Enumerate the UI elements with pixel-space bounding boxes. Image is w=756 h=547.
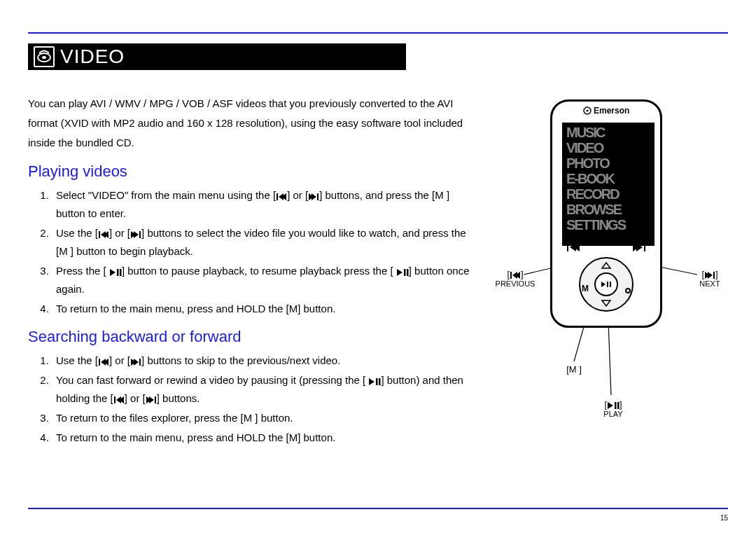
- svg-rect-18: [404, 269, 406, 276]
- list-item: Use the [] or [] buttons to skip to the …: [52, 352, 473, 370]
- previous-track-icon: [276, 193, 287, 201]
- svg-point-1: [42, 56, 46, 59]
- next-track-icon: [704, 271, 715, 279]
- device-next-button: [632, 242, 646, 253]
- section-title: VIDEO: [60, 46, 125, 68]
- heading-searching: Searching backward or forward: [28, 328, 473, 346]
- device-menu-item: BROWSE: [566, 202, 650, 218]
- svg-rect-46: [644, 243, 645, 251]
- manual-page: VIDEO You can play AVI / WMV / MPG / VOB…: [0, 0, 756, 547]
- play-pause-icon: [109, 268, 122, 277]
- previous-track-icon: [98, 230, 109, 239]
- device-brand: Emerson: [552, 106, 660, 116]
- heading-playing-videos: Playing videos: [28, 162, 473, 181]
- device-body: Emerson MUSIC VIDEO PHOTO E-BOOK RECORD …: [550, 99, 662, 328]
- svg-rect-13: [139, 231, 141, 238]
- page-number: 15: [720, 514, 728, 522]
- video-disc-icon: [34, 46, 55, 67]
- searching-steps-list: Use the [] or [] buttons to skip to the …: [28, 352, 473, 447]
- svg-rect-15: [117, 269, 119, 276]
- svg-marker-24: [134, 359, 139, 366]
- svg-rect-52: [510, 272, 512, 279]
- svg-rect-59: [615, 402, 617, 409]
- device-prev-button: [566, 242, 580, 253]
- svg-marker-17: [397, 269, 402, 276]
- svg-rect-20: [99, 359, 100, 366]
- svg-rect-8: [99, 231, 100, 238]
- svg-marker-33: [149, 396, 154, 403]
- svg-rect-34: [155, 396, 156, 403]
- device-menu-item: E-BOOK: [566, 172, 650, 187]
- device-m-button: M: [582, 284, 589, 293]
- list-item: Select "VIDEO" from the main menu using …: [52, 186, 473, 223]
- next-track-icon: [130, 358, 141, 366]
- annotation-previous: [] PREVIOUS: [490, 269, 540, 288]
- device-record-button: [625, 288, 631, 293]
- annotation-next: [] NEXT: [692, 269, 728, 288]
- svg-marker-56: [708, 272, 713, 279]
- svg-marker-45: [636, 243, 643, 251]
- device-wheel-up-icon: [601, 261, 612, 270]
- svg-rect-41: [567, 243, 568, 251]
- device-menu-item: PHOTO: [566, 156, 650, 172]
- playing-steps-list: Select "VIDEO" from the main menu using …: [28, 186, 473, 318]
- list-item: To return to the main menu, press and HO…: [52, 429, 473, 447]
- text-column: You can play AVI / WMV / MPG / VOB / ASF…: [28, 94, 473, 448]
- play-pause-icon: [368, 378, 381, 386]
- play-pause-icon: [396, 268, 409, 277]
- play-pause-icon: [607, 401, 620, 410]
- annotation-play: [] PLAY: [592, 399, 634, 418]
- device-screen: MUSIC VIDEO PHOTO E-BOOK RECORD BROWSE S…: [562, 123, 654, 246]
- previous-track-icon: [98, 358, 109, 366]
- svg-rect-27: [376, 378, 378, 385]
- svg-marker-26: [369, 378, 374, 385]
- device-illustration-column: Emerson MUSIC VIDEO PHOTO E-BOOK RECORD …: [490, 94, 728, 448]
- svg-rect-50: [607, 282, 608, 287]
- device-menu-item: VIDEO: [566, 141, 650, 156]
- annotation-m: [M ]: [560, 364, 588, 375]
- next-track-icon: [308, 193, 319, 201]
- list-item: Press the [ ] button to pause playback, …: [52, 262, 473, 298]
- next-track-icon: [130, 230, 141, 239]
- svg-marker-12: [134, 231, 139, 238]
- next-track-icon: [146, 396, 157, 404]
- previous-track-icon: [113, 396, 125, 404]
- svg-rect-25: [139, 359, 141, 366]
- previous-track-icon: [510, 271, 521, 279]
- device-wheel-center: [594, 272, 618, 296]
- svg-marker-58: [608, 402, 613, 409]
- svg-marker-14: [110, 269, 115, 276]
- device-menu-item: SETTINGS: [566, 218, 650, 233]
- device-controls: M: [562, 242, 650, 312]
- svg-point-40: [586, 110, 588, 112]
- device-illustration: Emerson MUSIC VIDEO PHOTO E-BOOK RECORD …: [490, 94, 728, 423]
- section-banner: VIDEO: [28, 43, 406, 70]
- list-item: To return to the files explorer, press t…: [52, 409, 473, 427]
- top-rule: [28, 32, 728, 34]
- list-item: Use the [] or [] buttons to select the v…: [52, 224, 473, 261]
- svg-marker-47: [602, 263, 610, 268]
- list-item: To return to the main menu, press and HO…: [52, 300, 473, 318]
- svg-marker-49: [601, 282, 606, 287]
- device-menu-item: RECORD: [566, 187, 650, 202]
- svg-rect-51: [610, 282, 611, 287]
- device-menu-list: MUSIC VIDEO PHOTO E-BOOK RECORD BROWSE S…: [562, 123, 654, 236]
- device-wheel-down-icon: [601, 299, 612, 307]
- device-menu-item: MUSIC: [566, 125, 650, 141]
- bottom-rule: [28, 508, 728, 509]
- svg-rect-60: [617, 402, 620, 409]
- play-pause-icon: [601, 281, 612, 288]
- intro-paragraph: You can play AVI / WMV / MPG / VOB / ASF…: [28, 94, 473, 153]
- list-item: You can fast forward or rewind a video b…: [52, 371, 473, 408]
- svg-rect-7: [317, 193, 318, 200]
- svg-rect-57: [713, 272, 715, 279]
- svg-rect-2: [276, 193, 278, 200]
- svg-marker-48: [602, 300, 610, 306]
- svg-rect-29: [114, 396, 115, 403]
- svg-marker-6: [312, 193, 316, 200]
